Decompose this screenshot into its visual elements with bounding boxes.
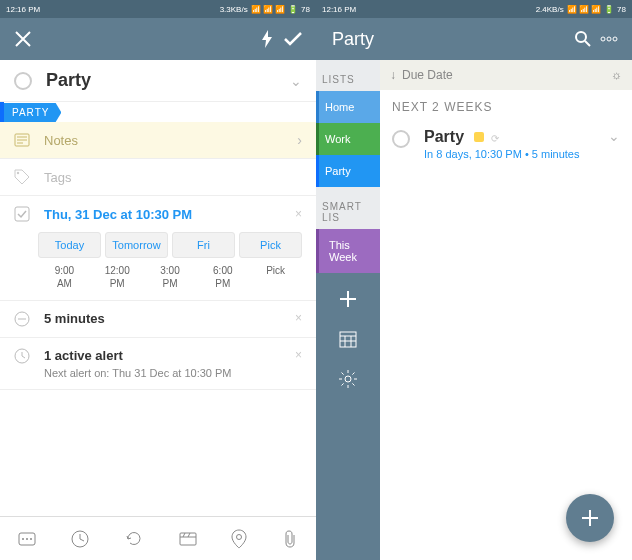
svg-line-17 [80,539,84,541]
time-3pm[interactable]: 3:00 PM [144,264,197,290]
edit-task-screen: 12:16 PM 3.3KB/s 📶 📶 📶 🔋 78 Party [0,0,316,560]
attachment-icon[interactable] [281,529,299,549]
svg-rect-5 [15,207,29,221]
datetime-block: Thu, 31 Dec at 10:30 PM × Today Tomorrow… [0,196,316,301]
sidebar-item-party[interactable]: Party [316,155,380,187]
svg-point-23 [576,32,586,42]
list-tab-row: PARTY [0,102,316,122]
task-name: Party [424,128,464,145]
svg-line-21 [188,533,190,537]
complete-checkbox[interactable] [14,72,32,90]
sidebar-smart-label: SMART LIS [316,187,380,229]
task-subtitle: In 8 days, 10:30 PM • 5 minutes [424,148,608,160]
task-title-row[interactable]: Party ⌄ [0,60,316,102]
notes-icon [14,133,34,147]
list-tab-party[interactable]: PARTY [4,103,61,122]
alert-icon [14,348,34,364]
quick-date-buttons: Today Tomorrow Fri Pick [38,232,302,258]
svg-point-26 [607,37,611,41]
duration-row[interactable]: 5 minutes × [0,301,316,338]
clear-date-icon[interactable]: × [295,207,302,221]
close-icon[interactable] [10,26,36,52]
time-pick[interactable]: Pick [249,264,302,290]
quick-fri-button[interactable]: Fri [172,232,235,258]
add-task-fab[interactable] [566,494,614,542]
bolt-icon[interactable] [254,26,280,52]
sidebar-item-thisweek[interactable]: This Week [316,229,380,273]
tags-row[interactable]: Tags [0,159,316,196]
status-indicators: 3.3KB/s 📶 📶 📶 🔋 78 [220,5,310,14]
sun-icon[interactable]: ☼ [611,68,622,82]
duration-value: 5 minutes [44,311,295,326]
svg-point-27 [613,37,617,41]
clock-icon[interactable] [70,529,90,549]
svg-line-24 [585,41,590,46]
sort-arrow-icon: ↓ [390,68,396,82]
duration-icon [14,311,34,327]
search-icon[interactable] [570,26,596,52]
notes-row[interactable]: Notes › [0,122,316,159]
calendar-icon[interactable] [338,329,358,349]
status-bar: 12:16 PM 2.4KB/s 📶 📶 📶 🔋 78 [316,0,632,18]
sidebar-lists-label: LISTS [316,60,380,91]
svg-line-10 [22,356,25,358]
time-12pm[interactable]: 12:00 PM [91,264,144,290]
status-indicators: 2.4KB/s 📶 📶 📶 🔋 78 [536,5,626,14]
notes-label: Notes [44,133,297,148]
sidebar-actions [316,273,380,560]
quick-pick-button[interactable]: Pick [239,232,302,258]
svg-point-12 [22,538,24,540]
task-title[interactable]: Party [46,70,290,91]
time-9am[interactable]: 9:00 AM [38,264,91,290]
date-check-icon [14,206,34,222]
time-6pm[interactable]: 6:00 PM [196,264,249,290]
svg-point-35 [345,376,351,382]
list-header: Party [316,18,632,60]
more-menu-icon[interactable] [596,26,622,52]
more-icon[interactable] [17,529,37,549]
status-time: 12:16 PM [6,5,40,14]
repeat-badge-icon: ⟳ [491,133,499,144]
alert-subtitle: Next alert on: Thu 31 Dec at 10:30 PM [44,367,295,379]
sidebar-item-work[interactable]: Work [316,123,380,155]
quick-tomorrow-button[interactable]: Tomorrow [105,232,168,258]
sidebar-item-home[interactable]: Home [316,91,380,123]
bottom-toolbar [0,516,316,560]
svg-point-14 [30,538,32,540]
tag-icon [14,169,34,185]
task-checkbox[interactable] [392,130,410,148]
status-time: 12:16 PM [322,5,356,14]
task-list-panel: ↓ Due Date ☼ NEXT 2 WEEKS Party ⟳ In 8 d… [380,60,632,560]
quick-today-button[interactable]: Today [38,232,101,258]
svg-point-13 [26,538,28,540]
chevron-right-icon: › [297,132,302,148]
repeat-icon[interactable] [124,529,144,549]
add-list-icon[interactable] [338,289,358,309]
header-title: Party [326,29,570,50]
sort-label: Due Date [402,68,611,82]
action-icon[interactable] [178,529,198,549]
tags-label: Tags [44,170,71,185]
svg-point-22 [237,534,242,539]
svg-line-20 [183,533,185,537]
edit-header [0,18,316,60]
quick-time-row: 9:00 AM 12:00 PM 3:00 PM 6:00 PM Pick [38,264,302,290]
alert-title: 1 active alert [44,348,295,363]
clear-alert-icon[interactable]: × [295,348,302,362]
section-header: NEXT 2 WEEKS [380,90,632,120]
task-row[interactable]: Party ⟳ In 8 days, 10:30 PM • 5 minutes … [380,120,632,168]
confirm-icon[interactable] [280,26,306,52]
list-view-screen: 12:16 PM 2.4KB/s 📶 📶 📶 🔋 78 Party LISTS … [316,0,632,560]
due-datetime[interactable]: Thu, 31 Dec at 10:30 PM [44,207,295,222]
sort-row[interactable]: ↓ Due Date ☼ [380,60,632,90]
svg-rect-30 [340,332,356,347]
svg-point-25 [601,37,605,41]
clear-duration-icon[interactable]: × [295,311,302,325]
task-badge [474,132,484,142]
alert-row[interactable]: 1 active alert Next alert on: Thu 31 Dec… [0,338,316,390]
location-icon[interactable] [231,529,247,549]
chevron-down-icon[interactable]: ⌄ [290,73,302,89]
svg-point-4 [17,172,19,174]
chevron-down-icon[interactable]: ⌄ [608,128,620,144]
settings-icon[interactable] [338,369,358,389]
